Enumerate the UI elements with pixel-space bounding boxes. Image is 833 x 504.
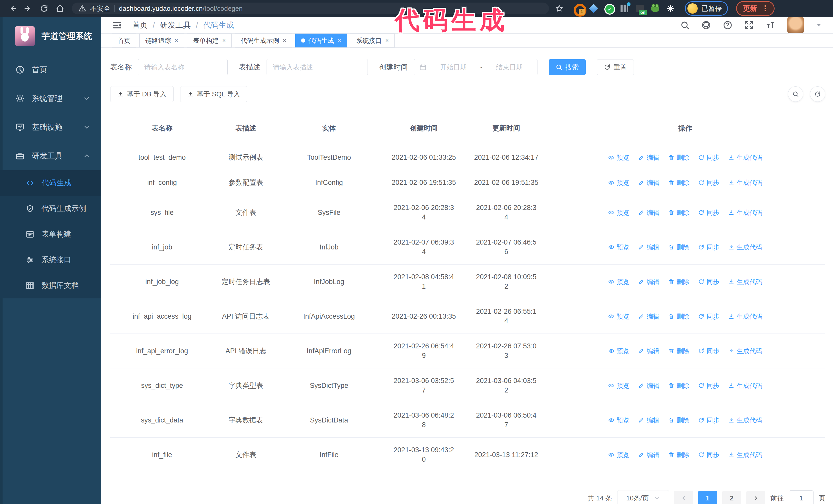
sidebar-item-form-builder[interactable]: 表单构建 [0, 221, 101, 247]
extension-columns[interactable] [620, 4, 629, 13]
page-size-select[interactable]: 10条/页 [617, 490, 669, 504]
page-button-2[interactable]: 2 [722, 491, 741, 504]
delete-link[interactable]: 删除 [668, 277, 689, 287]
fullscreen-icon[interactable] [744, 21, 754, 30]
tab-tracing[interactable]: 链路追踪× [139, 33, 184, 47]
bookmark-star-icon[interactable] [555, 4, 563, 13]
app-logo-row[interactable]: 芋道管理系统 [0, 17, 101, 55]
browser-reload-button[interactable] [38, 2, 51, 15]
generate-code-link[interactable]: 生成代码 [728, 242, 762, 252]
sync-link[interactable]: 同步 [698, 208, 719, 217]
profile-paused-chip[interactable]: 已暂停 [685, 1, 728, 16]
browser-menu-dots-icon[interactable]: ⋮ [761, 5, 769, 12]
preview-link[interactable]: 预览 [608, 208, 629, 217]
breadcrumb-dev-tools[interactable]: 研发工具 [160, 20, 191, 30]
table-desc-input[interactable] [266, 59, 368, 75]
preview-link[interactable]: 预览 [608, 178, 629, 187]
sync-link[interactable]: 同步 [698, 450, 719, 460]
extension-green-check[interactable]: ✓ [604, 4, 614, 13]
search-button[interactable]: 搜索 [549, 59, 586, 75]
sidebar-item-infrastructure[interactable]: 基础设施 [0, 113, 101, 142]
delete-link[interactable]: 删除 [668, 450, 689, 460]
delete-link[interactable]: 删除 [668, 312, 689, 321]
extension-frog[interactable] [650, 4, 660, 13]
extension-dark-on[interactable]: on [635, 4, 644, 13]
generate-code-link[interactable]: 生成代码 [728, 346, 762, 356]
date-range-picker[interactable]: 开始日期 - 结束日期 [414, 59, 538, 75]
extension-blue-gem[interactable] [589, 4, 598, 13]
delete-link[interactable]: 删除 [668, 208, 689, 217]
delete-link[interactable]: 删除 [668, 346, 689, 356]
user-avatar[interactable] [787, 17, 804, 33]
toggle-search-button[interactable] [788, 87, 803, 102]
avatar-caret-down-icon[interactable] [815, 22, 822, 28]
tab-home[interactable]: 首页 [112, 33, 136, 47]
page-button-1[interactable]: 1 [698, 491, 717, 504]
edit-link[interactable]: 编辑 [638, 450, 660, 460]
github-icon[interactable] [701, 20, 711, 30]
preview-link[interactable]: 预览 [608, 415, 629, 425]
breadcrumb-home[interactable]: 首页 [132, 20, 148, 30]
browser-forward-button[interactable] [22, 2, 35, 15]
delete-link[interactable]: 删除 [668, 415, 689, 425]
preview-link[interactable]: 预览 [608, 277, 629, 287]
delete-link[interactable]: 删除 [668, 242, 689, 252]
edit-link[interactable]: 编辑 [638, 381, 660, 390]
delete-link[interactable]: 删除 [668, 381, 689, 390]
delete-link[interactable]: 删除 [668, 178, 689, 187]
preview-link[interactable]: 预览 [608, 153, 629, 162]
generate-code-link[interactable]: 生成代码 [728, 312, 762, 321]
sidebar-item-system-mgmt[interactable]: 系统管理 [0, 84, 101, 113]
sidebar-item-home[interactable]: 首页 [0, 55, 101, 84]
address-bar[interactable]: 不安全 dashboard.yudao.iocoder.cn/tool/code… [72, 3, 549, 14]
browser-home-button[interactable] [53, 2, 67, 15]
sync-link[interactable]: 同步 [698, 242, 719, 252]
tab-system-interface[interactable]: 系统接口× [350, 33, 395, 47]
sidebar-item-codegen-example[interactable]: 代码生成示例 [0, 196, 101, 221]
extension-snowflake[interactable] [666, 4, 675, 13]
browser-back-button[interactable] [6, 2, 19, 15]
sync-link[interactable]: 同步 [698, 277, 719, 287]
edit-link[interactable]: 编辑 [638, 346, 660, 356]
import-sql-button[interactable]: 基于 SQL 导入 [180, 86, 247, 102]
close-icon[interactable]: × [222, 37, 226, 44]
tab-codegen[interactable]: 代码生成× [295, 33, 347, 47]
sync-link[interactable]: 同步 [698, 153, 719, 162]
edit-link[interactable]: 编辑 [638, 242, 660, 252]
preview-link[interactable]: 预览 [608, 242, 629, 252]
sync-link[interactable]: 同步 [698, 178, 719, 187]
help-icon[interactable] [723, 20, 733, 30]
close-icon[interactable]: × [174, 37, 178, 44]
next-page-button[interactable] [746, 491, 765, 504]
close-icon[interactable]: × [283, 37, 286, 44]
edit-link[interactable]: 编辑 [638, 312, 660, 321]
delete-link[interactable]: 删除 [668, 153, 689, 162]
prev-page-button[interactable] [674, 491, 693, 504]
sidebar-item-db-docs[interactable]: 数据库文档 [0, 273, 101, 298]
sync-link[interactable]: 同步 [698, 346, 719, 356]
generate-code-link[interactable]: 生成代码 [728, 208, 762, 217]
font-size-icon[interactable] [765, 20, 776, 30]
preview-link[interactable]: 预览 [608, 312, 629, 321]
sidebar-collapse-icon[interactable] [112, 20, 122, 30]
edit-link[interactable]: 编辑 [638, 178, 660, 187]
browser-update-button[interactable]: 更新 ⋮ [736, 1, 775, 16]
reset-button[interactable]: 重置 [597, 59, 634, 75]
tab-codegen-example[interactable]: 代码生成示例× [235, 33, 292, 47]
close-icon[interactable]: × [385, 37, 389, 44]
edit-link[interactable]: 编辑 [638, 415, 660, 425]
preview-link[interactable]: 预览 [608, 381, 629, 390]
sidebar-item-system-interface[interactable]: 系统接口 [0, 247, 101, 273]
search-icon[interactable] [680, 21, 689, 30]
import-db-button[interactable]: 基于 DB 导入 [110, 86, 173, 102]
close-icon[interactable]: × [337, 37, 341, 44]
generate-code-link[interactable]: 生成代码 [728, 381, 762, 390]
sync-link[interactable]: 同步 [698, 415, 719, 425]
generate-code-link[interactable]: 生成代码 [728, 415, 762, 425]
sync-link[interactable]: 同步 [698, 381, 719, 390]
preview-link[interactable]: 预览 [608, 346, 629, 356]
preview-link[interactable]: 预览 [608, 450, 629, 460]
generate-code-link[interactable]: 生成代码 [728, 153, 762, 162]
extension-orange-ring[interactable]: 1 [574, 4, 583, 13]
sync-link[interactable]: 同步 [698, 312, 719, 321]
